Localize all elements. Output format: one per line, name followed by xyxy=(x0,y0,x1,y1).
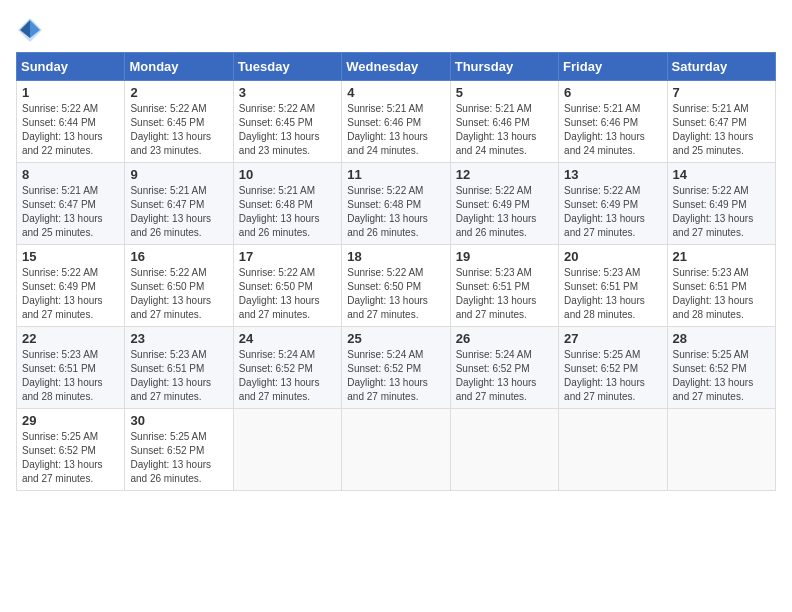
calendar-week-row: 8Sunrise: 5:21 AMSunset: 6:47 PMDaylight… xyxy=(17,163,776,245)
calendar-cell xyxy=(667,409,775,491)
calendar-cell: 21Sunrise: 5:23 AMSunset: 6:51 PMDayligh… xyxy=(667,245,775,327)
day-info: Sunrise: 5:22 AMSunset: 6:49 PMDaylight:… xyxy=(22,266,119,322)
calendar-cell: 19Sunrise: 5:23 AMSunset: 6:51 PMDayligh… xyxy=(450,245,558,327)
weekday-header: Friday xyxy=(559,53,667,81)
calendar-cell: 9Sunrise: 5:21 AMSunset: 6:47 PMDaylight… xyxy=(125,163,233,245)
day-info: Sunrise: 5:22 AMSunset: 6:49 PMDaylight:… xyxy=(564,184,661,240)
calendar-cell: 2Sunrise: 5:22 AMSunset: 6:45 PMDaylight… xyxy=(125,81,233,163)
day-info: Sunrise: 5:22 AMSunset: 6:48 PMDaylight:… xyxy=(347,184,444,240)
weekday-header: Monday xyxy=(125,53,233,81)
calendar-cell: 14Sunrise: 5:22 AMSunset: 6:49 PMDayligh… xyxy=(667,163,775,245)
header xyxy=(16,16,776,44)
day-info: Sunrise: 5:25 AMSunset: 6:52 PMDaylight:… xyxy=(564,348,661,404)
calendar-cell xyxy=(342,409,450,491)
day-number: 15 xyxy=(22,249,119,264)
calendar-week-row: 15Sunrise: 5:22 AMSunset: 6:49 PMDayligh… xyxy=(17,245,776,327)
day-number: 20 xyxy=(564,249,661,264)
day-info: Sunrise: 5:21 AMSunset: 6:46 PMDaylight:… xyxy=(564,102,661,158)
weekday-header: Thursday xyxy=(450,53,558,81)
calendar-cell: 26Sunrise: 5:24 AMSunset: 6:52 PMDayligh… xyxy=(450,327,558,409)
calendar-cell: 25Sunrise: 5:24 AMSunset: 6:52 PMDayligh… xyxy=(342,327,450,409)
calendar-cell: 18Sunrise: 5:22 AMSunset: 6:50 PMDayligh… xyxy=(342,245,450,327)
calendar-cell: 3Sunrise: 5:22 AMSunset: 6:45 PMDaylight… xyxy=(233,81,341,163)
day-number: 6 xyxy=(564,85,661,100)
day-number: 8 xyxy=(22,167,119,182)
calendar-cell: 30Sunrise: 5:25 AMSunset: 6:52 PMDayligh… xyxy=(125,409,233,491)
day-info: Sunrise: 5:21 AMSunset: 6:47 PMDaylight:… xyxy=(22,184,119,240)
day-number: 26 xyxy=(456,331,553,346)
day-info: Sunrise: 5:24 AMSunset: 6:52 PMDaylight:… xyxy=(347,348,444,404)
weekday-header: Tuesday xyxy=(233,53,341,81)
day-info: Sunrise: 5:25 AMSunset: 6:52 PMDaylight:… xyxy=(130,430,227,486)
day-info: Sunrise: 5:22 AMSunset: 6:49 PMDaylight:… xyxy=(673,184,770,240)
day-info: Sunrise: 5:23 AMSunset: 6:51 PMDaylight:… xyxy=(130,348,227,404)
logo xyxy=(16,16,48,44)
day-info: Sunrise: 5:22 AMSunset: 6:45 PMDaylight:… xyxy=(130,102,227,158)
day-info: Sunrise: 5:21 AMSunset: 6:47 PMDaylight:… xyxy=(130,184,227,240)
calendar-cell: 1Sunrise: 5:22 AMSunset: 6:44 PMDaylight… xyxy=(17,81,125,163)
day-number: 16 xyxy=(130,249,227,264)
calendar-cell: 15Sunrise: 5:22 AMSunset: 6:49 PMDayligh… xyxy=(17,245,125,327)
day-number: 12 xyxy=(456,167,553,182)
day-info: Sunrise: 5:23 AMSunset: 6:51 PMDaylight:… xyxy=(22,348,119,404)
calendar-cell: 10Sunrise: 5:21 AMSunset: 6:48 PMDayligh… xyxy=(233,163,341,245)
calendar-week-row: 29Sunrise: 5:25 AMSunset: 6:52 PMDayligh… xyxy=(17,409,776,491)
weekday-header: Saturday xyxy=(667,53,775,81)
calendar-cell xyxy=(233,409,341,491)
day-info: Sunrise: 5:22 AMSunset: 6:50 PMDaylight:… xyxy=(130,266,227,322)
calendar: SundayMondayTuesdayWednesdayThursdayFrid… xyxy=(16,52,776,491)
calendar-cell: 27Sunrise: 5:25 AMSunset: 6:52 PMDayligh… xyxy=(559,327,667,409)
calendar-cell: 12Sunrise: 5:22 AMSunset: 6:49 PMDayligh… xyxy=(450,163,558,245)
day-number: 7 xyxy=(673,85,770,100)
calendar-cell: 29Sunrise: 5:25 AMSunset: 6:52 PMDayligh… xyxy=(17,409,125,491)
day-info: Sunrise: 5:21 AMSunset: 6:48 PMDaylight:… xyxy=(239,184,336,240)
calendar-cell: 16Sunrise: 5:22 AMSunset: 6:50 PMDayligh… xyxy=(125,245,233,327)
calendar-cell: 8Sunrise: 5:21 AMSunset: 6:47 PMDaylight… xyxy=(17,163,125,245)
day-info: Sunrise: 5:25 AMSunset: 6:52 PMDaylight:… xyxy=(22,430,119,486)
day-number: 2 xyxy=(130,85,227,100)
weekday-header: Wednesday xyxy=(342,53,450,81)
day-info: Sunrise: 5:21 AMSunset: 6:47 PMDaylight:… xyxy=(673,102,770,158)
calendar-cell: 5Sunrise: 5:21 AMSunset: 6:46 PMDaylight… xyxy=(450,81,558,163)
day-number: 10 xyxy=(239,167,336,182)
day-info: Sunrise: 5:24 AMSunset: 6:52 PMDaylight:… xyxy=(456,348,553,404)
calendar-cell xyxy=(450,409,558,491)
day-number: 18 xyxy=(347,249,444,264)
weekday-header-row: SundayMondayTuesdayWednesdayThursdayFrid… xyxy=(17,53,776,81)
calendar-cell: 13Sunrise: 5:22 AMSunset: 6:49 PMDayligh… xyxy=(559,163,667,245)
day-number: 4 xyxy=(347,85,444,100)
day-number: 13 xyxy=(564,167,661,182)
day-number: 11 xyxy=(347,167,444,182)
day-number: 27 xyxy=(564,331,661,346)
weekday-header: Sunday xyxy=(17,53,125,81)
day-number: 24 xyxy=(239,331,336,346)
day-number: 17 xyxy=(239,249,336,264)
day-number: 28 xyxy=(673,331,770,346)
day-info: Sunrise: 5:22 AMSunset: 6:49 PMDaylight:… xyxy=(456,184,553,240)
day-info: Sunrise: 5:22 AMSunset: 6:45 PMDaylight:… xyxy=(239,102,336,158)
calendar-cell: 23Sunrise: 5:23 AMSunset: 6:51 PMDayligh… xyxy=(125,327,233,409)
calendar-cell: 24Sunrise: 5:24 AMSunset: 6:52 PMDayligh… xyxy=(233,327,341,409)
day-number: 1 xyxy=(22,85,119,100)
day-number: 22 xyxy=(22,331,119,346)
day-number: 29 xyxy=(22,413,119,428)
day-number: 3 xyxy=(239,85,336,100)
day-number: 21 xyxy=(673,249,770,264)
calendar-cell: 17Sunrise: 5:22 AMSunset: 6:50 PMDayligh… xyxy=(233,245,341,327)
day-info: Sunrise: 5:21 AMSunset: 6:46 PMDaylight:… xyxy=(456,102,553,158)
day-info: Sunrise: 5:22 AMSunset: 6:50 PMDaylight:… xyxy=(347,266,444,322)
day-number: 25 xyxy=(347,331,444,346)
day-number: 9 xyxy=(130,167,227,182)
calendar-cell: 28Sunrise: 5:25 AMSunset: 6:52 PMDayligh… xyxy=(667,327,775,409)
day-number: 19 xyxy=(456,249,553,264)
calendar-cell: 7Sunrise: 5:21 AMSunset: 6:47 PMDaylight… xyxy=(667,81,775,163)
day-number: 23 xyxy=(130,331,227,346)
day-info: Sunrise: 5:22 AMSunset: 6:50 PMDaylight:… xyxy=(239,266,336,322)
calendar-cell: 22Sunrise: 5:23 AMSunset: 6:51 PMDayligh… xyxy=(17,327,125,409)
calendar-cell: 6Sunrise: 5:21 AMSunset: 6:46 PMDaylight… xyxy=(559,81,667,163)
day-number: 14 xyxy=(673,167,770,182)
calendar-cell: 11Sunrise: 5:22 AMSunset: 6:48 PMDayligh… xyxy=(342,163,450,245)
calendar-cell: 20Sunrise: 5:23 AMSunset: 6:51 PMDayligh… xyxy=(559,245,667,327)
day-info: Sunrise: 5:24 AMSunset: 6:52 PMDaylight:… xyxy=(239,348,336,404)
day-info: Sunrise: 5:23 AMSunset: 6:51 PMDaylight:… xyxy=(564,266,661,322)
